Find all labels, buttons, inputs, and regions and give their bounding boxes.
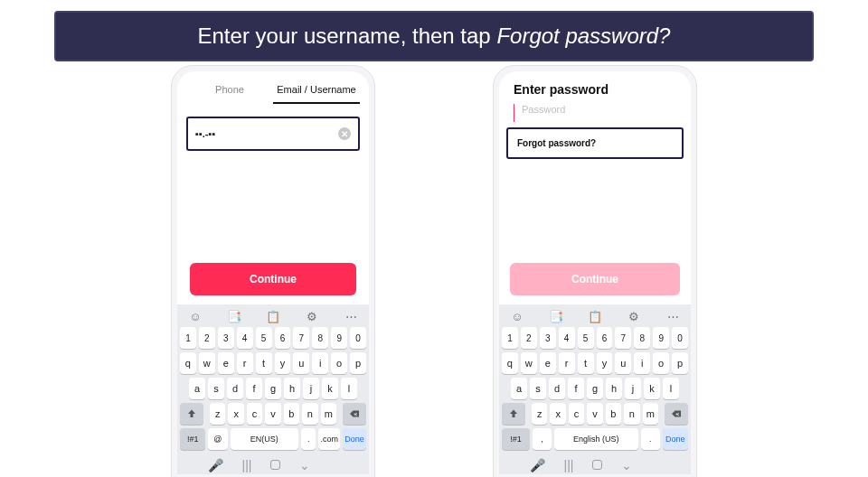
gear-icon[interactable]: ⚙ [626, 310, 642, 323]
tab-email-username[interactable]: Email / Username [273, 79, 360, 104]
key-n[interactable]: n [302, 403, 317, 425]
key-shift[interactable] [180, 403, 203, 425]
key-1[interactable]: 1 [502, 327, 518, 349]
continue-button[interactable]: Continue [510, 263, 680, 295]
key-comma[interactable]: , [533, 428, 552, 450]
key-b[interactable]: b [284, 403, 299, 425]
key-h[interactable]: h [606, 378, 622, 399]
key-space-lang[interactable]: English (US) [554, 428, 638, 450]
key-4[interactable]: 4 [559, 327, 575, 349]
key-l[interactable]: l [663, 378, 679, 399]
key-p[interactable]: p [350, 352, 366, 374]
nav-home-icon[interactable] [270, 458, 280, 472]
continue-button[interactable]: Continue [190, 263, 356, 295]
key-s[interactable]: s [208, 378, 224, 399]
key-x[interactable]: x [228, 403, 243, 425]
key-q[interactable]: q [180, 352, 196, 374]
key-o[interactable]: o [653, 352, 669, 374]
key-i[interactable]: i [634, 352, 650, 374]
key-3[interactable]: 3 [218, 327, 234, 349]
key-f[interactable]: f [246, 378, 262, 399]
key-9[interactable]: 9 [331, 327, 347, 349]
key-c[interactable]: c [569, 403, 584, 425]
key-r[interactable]: r [237, 352, 253, 374]
key-f[interactable]: f [568, 378, 584, 399]
key-q[interactable]: q [502, 352, 518, 374]
key-5[interactable]: 5 [256, 327, 272, 349]
key-m[interactable]: m [321, 403, 336, 425]
key-3[interactable]: 3 [540, 327, 556, 349]
emoji-icon[interactable]: ☺ [509, 310, 525, 323]
key-n[interactable]: n [624, 403, 639, 425]
key-dot[interactable]: . [301, 428, 316, 450]
key-i[interactable]: i [312, 352, 328, 374]
key-symbols[interactable]: !#1 [502, 428, 530, 450]
key-u[interactable]: u [615, 352, 631, 374]
key-done[interactable]: Done [343, 428, 366, 450]
key-j[interactable]: j [303, 378, 319, 399]
key-symbols[interactable]: !#1 [180, 428, 205, 450]
more-icon[interactable]: ⋯ [665, 310, 681, 323]
key-y[interactable]: y [597, 352, 613, 374]
mic-icon[interactable]: 🎤 [530, 458, 545, 472]
key-d[interactable]: d [549, 378, 565, 399]
key-v[interactable]: v [265, 403, 280, 425]
key-dot[interactable]: . [641, 428, 660, 450]
key-z[interactable]: z [532, 403, 547, 425]
key-7[interactable]: 7 [615, 327, 631, 349]
nav-back-icon[interactable]: ⌄ [621, 458, 632, 472]
clear-input-icon[interactable]: ✕ [338, 127, 351, 140]
key-l[interactable]: l [341, 378, 357, 399]
key-d[interactable]: d [227, 378, 243, 399]
key-h[interactable]: h [284, 378, 300, 399]
key-w[interactable]: w [199, 352, 215, 374]
key-t[interactable]: t [256, 352, 272, 374]
nav-back-icon[interactable]: ⌄ [299, 458, 310, 472]
key-a[interactable]: a [189, 378, 205, 399]
key-r[interactable]: r [559, 352, 575, 374]
key-t[interactable]: t [578, 352, 594, 374]
key-dotcom[interactable]: .com [318, 428, 340, 450]
key-j[interactable]: j [625, 378, 641, 399]
key-w[interactable]: w [521, 352, 537, 374]
key-shift[interactable] [502, 403, 525, 425]
key-0[interactable]: 0 [672, 327, 688, 349]
key-4[interactable]: 4 [237, 327, 253, 349]
key-1[interactable]: 1 [180, 327, 196, 349]
key-m[interactable]: m [643, 403, 658, 425]
key-at[interactable]: @ [208, 428, 227, 450]
emoji-icon[interactable]: ☺ [187, 310, 203, 323]
key-k[interactable]: k [322, 378, 338, 399]
username-input[interactable]: ▪▪.-▪▪ ✕ [186, 117, 360, 151]
key-e[interactable]: e [218, 352, 234, 374]
key-backspace[interactable] [343, 403, 366, 425]
key-2[interactable]: 2 [521, 327, 537, 349]
key-9[interactable]: 9 [653, 327, 669, 349]
key-x[interactable]: x [550, 403, 565, 425]
key-done[interactable]: Done [663, 428, 688, 450]
key-6[interactable]: 6 [597, 327, 613, 349]
key-7[interactable]: 7 [293, 327, 309, 349]
key-8[interactable]: 8 [634, 327, 650, 349]
key-k[interactable]: k [644, 378, 660, 399]
clipboard-icon[interactable]: 📑 [548, 310, 564, 323]
clipboard-icon[interactable]: 📑 [226, 310, 242, 323]
key-0[interactable]: 0 [350, 327, 366, 349]
key-u[interactable]: u [293, 352, 309, 374]
forgot-password-link[interactable]: Forgot password? [506, 127, 684, 159]
key-e[interactable]: e [540, 352, 556, 374]
nav-recent-icon[interactable]: ||| [564, 458, 574, 472]
paste-icon[interactable]: 📋 [265, 310, 281, 323]
key-o[interactable]: o [331, 352, 347, 374]
mic-icon[interactable]: 🎤 [208, 458, 223, 472]
key-b[interactable]: b [606, 403, 621, 425]
nav-recent-icon[interactable]: ||| [242, 458, 252, 472]
key-z[interactable]: z [210, 403, 225, 425]
key-g[interactable]: g [587, 378, 603, 399]
key-2[interactable]: 2 [199, 327, 215, 349]
key-v[interactable]: v [587, 403, 602, 425]
nav-home-icon[interactable] [592, 458, 602, 472]
key-a[interactable]: a [511, 378, 527, 399]
key-space-lang[interactable]: EN(US) [231, 428, 298, 450]
key-g[interactable]: g [265, 378, 281, 399]
